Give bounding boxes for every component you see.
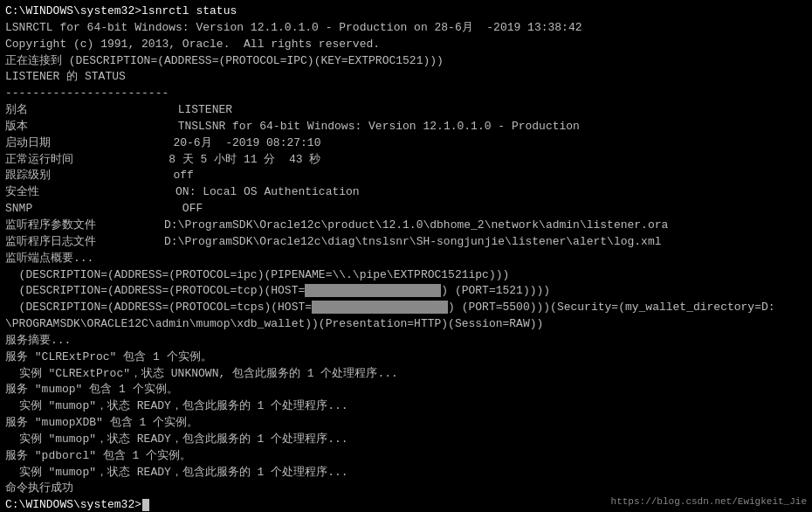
- terminal-line-alias-label: 别名 LISTENER: [5, 102, 807, 119]
- terminal-line-endpoints: 监听端点概要...: [5, 251, 807, 267]
- terminal-line-log-file: 监听程序日志文件 D:\ProgramSDK\Oracle12c\diag\tn…: [5, 234, 807, 251]
- cursor: [142, 499, 149, 511]
- terminal-line-clrextproc-service: 服务 "CLRExtProc" 包含 1 个实例。: [5, 349, 807, 366]
- terminal-line-separator: ------------------------: [5, 86, 807, 102]
- terminal-line-listener-status: LISTENER 的 STATUS: [5, 69, 807, 86]
- terminal-line-security: 安全性 ON: Local OS Authentication: [5, 184, 807, 201]
- terminal-line-param-file: 监听程序参数文件 D:\ProgramSDK\Oracle12c\product…: [5, 218, 807, 234]
- terminal-line-uptime: 正常运行时间 8 天 5 小时 11 分 43 秒: [5, 152, 807, 169]
- terminal-line-endpoint3b: \PROGRAMSDK\ORACLE12C\admin\mumop\xdb_wa…: [5, 316, 807, 333]
- terminal-line-mumopxdb-service: 服务 "mumopXDB" 包含 1 个实例。: [5, 415, 807, 432]
- terminal-line-cmd-prompt: C:\WINDOWS\system32>lsnrctl status: [5, 3, 807, 20]
- terminal-line-clrextproc-instance: 实例 "CLRExtProc"，状态 UNKNOWN, 包含此服务的 1 个处理…: [5, 366, 807, 383]
- terminal-line-pdborcl-service: 服务 "pdborcl" 包含 1 个实例。: [5, 448, 807, 465]
- terminal-line-copyright: Copyright (c) 1991, 2013, Oracle. All ri…: [5, 37, 807, 53]
- terminal-line-version-label: 版本 TNSLSNR for 64-bit Windows: Version 1…: [5, 119, 807, 135]
- terminal-line-trace-level: 跟踪级别 off: [5, 168, 807, 184]
- terminal-line-cmd-success: 命令执行成功: [5, 481, 807, 497]
- terminal-line-mumop-instance: 实例 "mumop"，状态 READY，包含此服务的 1 个处理程序...: [5, 398, 807, 415]
- terminal-line-snmp: SNMP OFF: [5, 201, 807, 218]
- terminal-line-endpoint2: (DESCRIPTION=(ADDRESS=(PROTOCOL=tcp)(HOS…: [5, 283, 807, 300]
- terminal-line-endpoint3: (DESCRIPTION=(ADDRESS=(PROTOCOL=tcps)(HO…: [5, 300, 807, 316]
- terminal-line-services-summary: 服务摘要...: [5, 333, 807, 349]
- terminal-line-mumop-service: 服务 "mumop" 包含 1 个实例。: [5, 382, 807, 398]
- terminal-line-endpoint1: (DESCRIPTION=(ADDRESS=(PROTOCOL=ipc)(PIP…: [5, 267, 807, 284]
- terminal-line-connecting: 正在连接到 (DESCRIPTION=(ADDRESS=(PROTOCOL=IP…: [5, 53, 807, 70]
- terminal-line-mumopxdb-instance: 实例 "mumop"，状态 READY，包含此服务的 1 个处理程序...: [5, 432, 807, 448]
- terminal-window: C:\WINDOWS\system32>lsnrctl statusLSNRCT…: [0, 0, 812, 512]
- watermark: https://blog.csdn.net/Ewigkeit_Jie: [611, 496, 807, 507]
- terminal-line-pdborcl-instance: 实例 "mumop"，状态 READY，包含此服务的 1 个处理程序...: [5, 465, 807, 481]
- terminal-line-lsnrctl-version: LSNRCTL for 64-bit Windows: Version 12.1…: [5, 20, 807, 37]
- terminal-line-start-date: 启动日期 20-6月 -2019 08:27:10: [5, 135, 807, 152]
